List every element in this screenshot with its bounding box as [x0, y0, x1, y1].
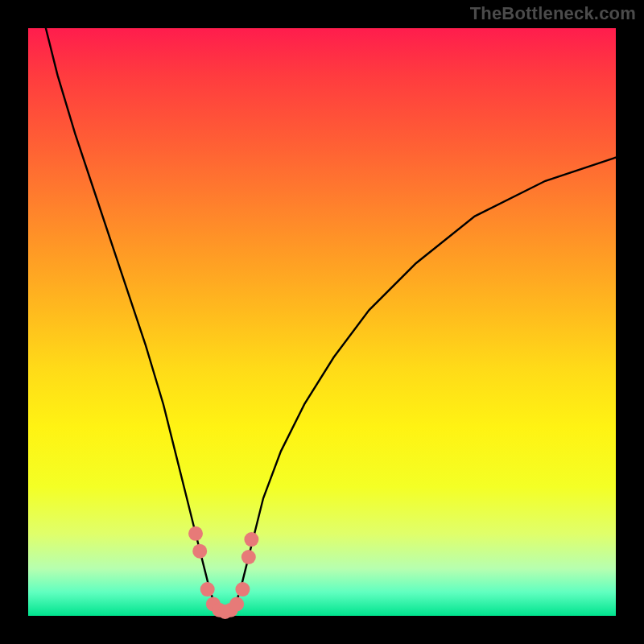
chart-frame: TheBottleneck.com [0, 0, 644, 644]
highlight-dots [188, 526, 258, 619]
highlight-dot [229, 597, 244, 611]
highlight-dot [200, 582, 215, 597]
highlight-dot [188, 526, 203, 541]
highlight-dot [244, 532, 258, 547]
watermark-text: TheBottleneck.com [470, 3, 636, 24]
bottleneck-curve [46, 28, 616, 613]
highlight-dot [235, 582, 250, 597]
plot-area [28, 28, 616, 616]
highlight-dot [242, 550, 256, 564]
curve-svg [28, 28, 616, 616]
highlight-dot [192, 544, 207, 559]
